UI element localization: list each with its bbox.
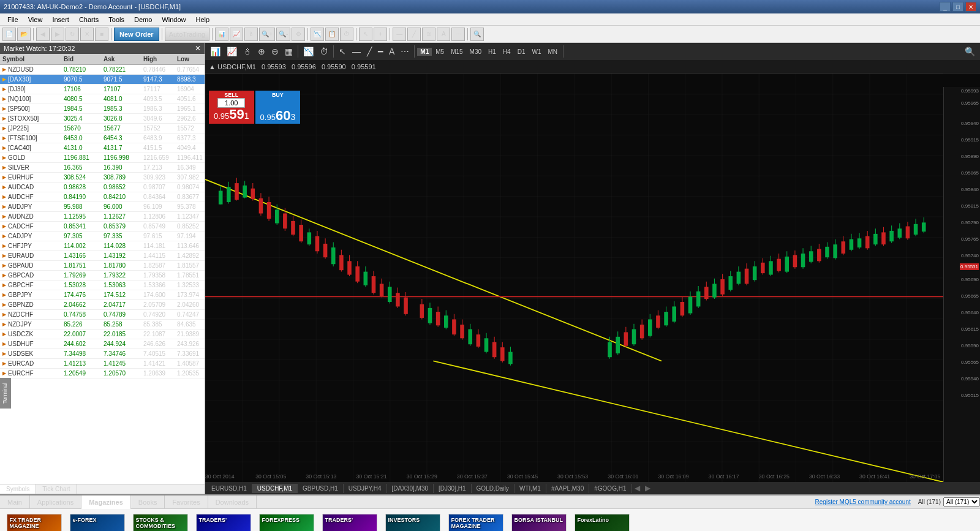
ct-zoom-in[interactable]: ⊕	[255, 45, 268, 58]
magazine-item-forexlatino[interactable]: ForexLatino 📊 ForexLatino M... 2014/10	[573, 514, 631, 531]
chart-area[interactable]: ▲ USDCHF,M1 0.95593 0.95596 0.95590 0.95…	[205, 60, 980, 482]
chart-tab-usdjpy[interactable]: USDJPY,H4	[344, 484, 387, 493]
ct-more[interactable]: ⋯	[398, 45, 412, 58]
market-watch-row[interactable]: [FTSE100] 6453.0 6454.3 6483.9 6377.3 17…	[0, 134, 205, 143]
magazine-item-forexpress[interactable]: FOREXPRESS 📊 ForexPress 2014/04	[257, 514, 315, 531]
ct-candle-chart[interactable]: 🕯	[241, 45, 254, 58]
ct-zoom-out[interactable]: ⊖	[269, 45, 281, 58]
market-watch-row[interactable]: CADCHF 0.85341 0.85379 0.85749 0.85252 1…	[0, 222, 205, 232]
market-watch-row[interactable]: [STOXX50] 3025.4 3026.8 3049.6 2962.6 17…	[0, 114, 205, 124]
ct-trend[interactable]: ╱	[364, 45, 374, 58]
terminal-side-tab[interactable]: Terminal	[0, 378, 11, 409]
tf-mn[interactable]: MN	[545, 48, 560, 56]
market-watch-row[interactable]: [SP500] 1984.5 1985.3 1986.3 1965.1 17:2…	[0, 104, 205, 114]
magazine-item-stocks[interactable]: STOCKS & COMMODITIES 📈 Stock & Com... 20…	[131, 514, 189, 531]
period-btn[interactable]: ⏱	[340, 28, 353, 41]
scroll-left-arrow[interactable]: ◀	[632, 484, 643, 492]
market-watch-row[interactable]: CADJPY 97.305 97.335 97.615 97.194 17:20…	[0, 232, 205, 241]
tab-applications[interactable]: Applications	[30, 495, 81, 509]
menu-tools[interactable]: Tools	[104, 13, 129, 25]
chart-canvas[interactable]: SELL 0.95 59 1 BUY 0.	[205, 73, 980, 482]
stop2-button[interactable]: ■	[95, 28, 108, 41]
ct-period[interactable]: ⏱	[317, 45, 331, 58]
market-watch-row[interactable]: EURCHF 1.20549 1.20570 1.20639 1.20535 1…	[0, 369, 205, 378]
market-watch-row[interactable]: GBPNZD 2.04662 2.04717 2.05709 2.04260 1…	[0, 300, 205, 310]
tf-w1[interactable]: W1	[529, 48, 544, 56]
tf-h4[interactable]: H4	[500, 48, 514, 56]
menu-view[interactable]: View	[23, 13, 48, 25]
chart-tab-dj30[interactable]: [DJ30],H1	[434, 484, 471, 493]
market-watch-close[interactable]: ✕	[195, 44, 201, 53]
new-order-button[interactable]: New Order	[114, 28, 159, 41]
market-watch-row[interactable]: USDCZK 22.0007 22.0185 22.1087 21.9389 1…	[0, 330, 205, 339]
market-watch-row[interactable]: SILVER 16.365 16.390 17.213 16.349 17:20…	[0, 163, 205, 173]
market-watch-row[interactable]: [DAX30] 9070.5 9071.5 9147.3 8898.3 17:2…	[0, 75, 205, 85]
chart-tab-eurusd[interactable]: EURUSD,H1	[206, 484, 252, 493]
stop-button[interactable]: ✕	[80, 28, 94, 41]
chart-tab-usdchf[interactable]: USDCHF,M1	[252, 484, 298, 493]
ct-cursor[interactable]: ↖	[336, 45, 349, 58]
hline-btn[interactable]: —	[393, 28, 406, 41]
back-button[interactable]: ◀	[36, 28, 50, 41]
tab-main[interactable]: Main	[0, 495, 30, 509]
tab-downloads[interactable]: Downloads	[208, 495, 257, 509]
forward-button[interactable]: ▶	[51, 28, 64, 41]
market-watch-body[interactable]: NZDUSD 0.78210 0.78221 0.78446 0.77654 1…	[0, 65, 205, 484]
ct-search[interactable]: 🔍	[962, 45, 978, 58]
crosshair-btn[interactable]: +	[374, 28, 387, 41]
tf-m15[interactable]: M15	[448, 48, 466, 56]
market-watch-row[interactable]: NZDCHF 0.74758 0.74789 0.74920 0.74247 1…	[0, 310, 205, 320]
market-watch-row[interactable]: AUDCHF 0.84190 0.84210 0.84364 0.83677 1…	[0, 192, 205, 202]
minimize-button[interactable]: _	[940, 2, 951, 12]
window-controls[interactable]: _ □ ✕	[940, 2, 976, 12]
chart-line-btn[interactable]: 📈	[230, 28, 243, 41]
magazine-item-forex-trader[interactable]: FOREX TRADER MAGAZINE 📊 Forex Trader... …	[447, 514, 505, 531]
market-watch-row[interactable]: USDHUF 244.602 244.924 246.626 243.926 1…	[0, 339, 205, 349]
market-watch-row[interactable]: AUDJPY 95.988 96.000 96.109 95.378 17:20…	[0, 202, 205, 212]
chart-tab-dax30[interactable]: [DAX30],M30	[387, 484, 434, 493]
menu-file[interactable]: File	[2, 13, 23, 25]
market-watch-row[interactable]: CHFJPY 114.002 114.028 114.181 113.646 1…	[0, 241, 205, 251]
chart-tab-wti[interactable]: WTI,M1	[514, 484, 546, 493]
mql5-register-link[interactable]: Register MQL5 community account	[810, 499, 916, 505]
tab-magazines[interactable]: Magazines	[81, 495, 131, 509]
menu-window[interactable]: Window	[157, 13, 190, 25]
market-watch-row[interactable]: AUDCAD 0.98628 0.98652 0.98707 0.98074 1…	[0, 183, 205, 192]
market-watch-row[interactable]: AUDNZD 1.12595 1.12627 1.12806 1.12347 1…	[0, 212, 205, 222]
market-watch-row[interactable]: NZDUSD 0.78210 0.78221 0.78446 0.77654 1…	[0, 65, 205, 75]
magazine-item-investors[interactable]: INVESTORS 👥 INVESTORS' 2014/10	[383, 514, 442, 531]
all-dropdown[interactable]: All (171)	[943, 497, 980, 507]
zoom-in-btn[interactable]: 🔍+	[259, 28, 275, 41]
ct-bar-chart[interactable]: 📊	[208, 45, 223, 58]
market-watch-row[interactable]: GBPAUD 1.81751 1.81780 1.82587 1.81557 1…	[0, 261, 205, 271]
market-watch-row[interactable]: [NQ100] 4080.5 4081.0 4093.5 4051.6 17:2…	[0, 94, 205, 104]
chart-bar-btn[interactable]: 📊	[215, 28, 228, 41]
menu-help[interactable]: Help	[190, 13, 214, 25]
market-watch-row[interactable]: GBPJPY 174.476 174.512 174.600 173.974 1…	[0, 290, 205, 300]
market-watch-row[interactable]: [JP225] 15670 15677 15752 15572 17:20:00	[0, 124, 205, 134]
fibline-btn[interactable]: ≋	[422, 28, 435, 41]
close-button[interactable]: ✕	[965, 2, 976, 12]
magazine-item-traders-it[interactable]: TRADERS' 📊 TRADERS' Italy 2014/09	[320, 514, 379, 531]
open-button[interactable]: 📂	[17, 28, 31, 41]
maximize-button[interactable]: □	[952, 2, 963, 12]
ct-line[interactable]: —	[350, 45, 363, 58]
market-watch-row[interactable]: [CAC40] 4131.0 4131.7 4151.5 4049.4 17:2…	[0, 143, 205, 153]
sell-block[interactable]: SELL 0.95 59 1	[209, 91, 254, 124]
templates-btn[interactable]: 📋	[325, 28, 339, 41]
chart-tab-gbpusd[interactable]: GBPUSD,H1	[298, 484, 344, 493]
tf-h1[interactable]: H1	[485, 48, 499, 56]
menu-charts[interactable]: Charts	[74, 13, 104, 25]
market-watch-row[interactable]: EURHUF 308.524 308.789 309.923 307.982 1…	[0, 173, 205, 183]
market-watch-row[interactable]: EURAUD 1.43166 1.43192 1.44115 1.42892 1…	[0, 251, 205, 261]
ct-text[interactable]: A	[386, 45, 397, 58]
tab-symbols[interactable]: Symbols	[0, 484, 36, 494]
market-watch-row[interactable]: GBPCHF 1.53028 1.53063 1.53366 1.32533 1…	[0, 281, 205, 290]
chart-candle-btn[interactable]: 🕯	[244, 28, 258, 41]
market-watch-row[interactable]: NZDJPY 85.226 85.258 85.385 84.635 17:20…	[0, 320, 205, 330]
text-btn[interactable]: A	[437, 28, 450, 41]
magazine-item-eforex[interactable]: e-FOREX 👔 e-Forex 2014/07	[68, 514, 126, 531]
ct-line-chart[interactable]: 📈	[224, 45, 239, 58]
buy-block[interactable]: BUY 0.95 60 3	[255, 91, 301, 124]
zoom-out-btn[interactable]: 🔍-	[276, 28, 290, 41]
